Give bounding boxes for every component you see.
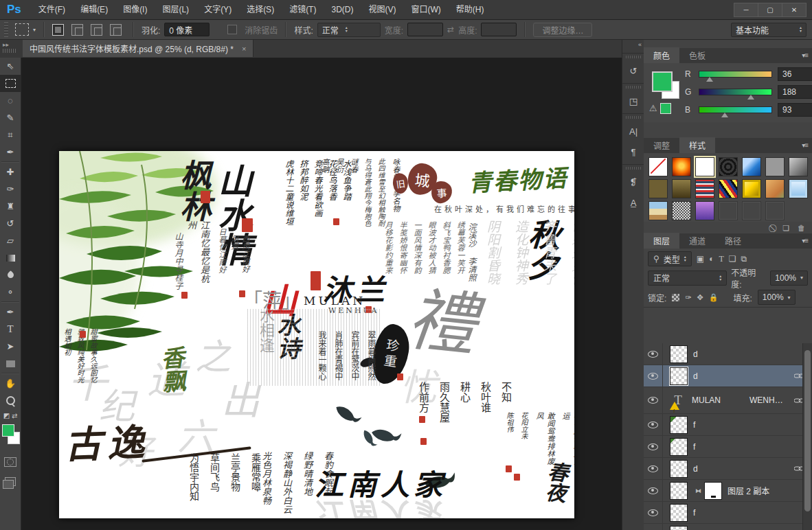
visibility-toggle[interactable] (644, 365, 663, 387)
lock-transparency-icon[interactable] (672, 294, 679, 301)
tab-overflow-icon[interactable]: ▸▸ (3, 41, 9, 48)
layer-row[interactable]: d (644, 458, 812, 480)
style-swatch-red-glow[interactable] (672, 157, 691, 176)
layer-row[interactable]: f (644, 436, 812, 458)
visibility-toggle[interactable] (644, 480, 663, 501)
history-brush-tool[interactable]: ↺ (0, 215, 21, 232)
delete-style-icon[interactable]: 🗑 (798, 224, 805, 232)
red-value-input[interactable]: 36 (778, 67, 812, 81)
feather-input[interactable]: 0 像素 (164, 23, 210, 36)
filter-pixel-layers-icon[interactable]: ▣ (697, 254, 704, 264)
quick-selection-tool[interactable]: ✎ (0, 109, 21, 126)
style-swatch-empty[interactable] (765, 201, 785, 220)
gamut-color-swatch[interactable] (660, 103, 671, 114)
rectangular-marquee-tool[interactable] (0, 75, 21, 92)
style-swatch-olive[interactable] (649, 179, 668, 198)
scrollbar-thumb[interactable] (804, 350, 811, 511)
style-swatch-orange-tan[interactable] (765, 179, 785, 198)
panel-menu-icon[interactable]: ▾≡ (802, 141, 808, 149)
tool-preset-dropdown-icon[interactable]: ▾ (33, 27, 36, 33)
tab-adjustments[interactable]: 调整 (644, 137, 679, 153)
gamut-warning-icon[interactable]: ⚠ (649, 103, 657, 113)
visibility-toggle[interactable] (644, 414, 663, 435)
lock-all-icon[interactable]: 🔒 (709, 293, 719, 302)
red-slider[interactable] (699, 71, 772, 78)
opacity-dropdown[interactable]: 100%▾ (770, 270, 808, 286)
width-input[interactable] (407, 23, 443, 36)
visibility-toggle[interactable] (644, 343, 663, 365)
character-panel-icon[interactable]: A| (622, 121, 644, 141)
paragraph-styles-panel-icon[interactable]: ❡ (622, 172, 644, 192)
panel-menu-icon[interactable]: ▾≡ (802, 237, 808, 244)
tab-channels[interactable]: 通道 (679, 233, 715, 249)
style-swatch-dark-rings[interactable] (719, 157, 738, 176)
path-selection-tool[interactable]: ➤ (0, 338, 21, 355)
visibility-toggle[interactable] (644, 436, 663, 457)
filter-smart-objects-icon[interactable]: ⧉ (741, 254, 747, 264)
green-slider[interactable] (699, 89, 772, 95)
green-slider-thumb[interactable] (747, 95, 754, 100)
style-swatch-empty[interactable] (742, 201, 761, 220)
layer-row[interactable]: d (644, 343, 812, 365)
layer-thumbnail[interactable] (670, 460, 688, 478)
crop-tool[interactable]: ⌗ (0, 126, 21, 143)
quick-mask-button[interactable] (0, 453, 21, 470)
visibility-toggle[interactable] (644, 387, 663, 413)
tab-swatches[interactable]: 色板 (679, 47, 715, 63)
minimize-button[interactable]: ─ (734, 3, 758, 17)
fill-dropdown[interactable]: 100%▾ (758, 290, 796, 305)
menu-layer[interactable]: 图层(L) (155, 0, 196, 19)
lock-position-icon[interactable]: ✥ (697, 293, 703, 302)
layer-thumbnail[interactable] (670, 504, 688, 522)
tool-preset-icon[interactable] (15, 23, 29, 36)
filter-adjustment-layers-icon[interactable]: ◐ (709, 254, 714, 264)
layer-thumbnail[interactable] (670, 345, 688, 363)
red-slider-thumb[interactable] (706, 77, 713, 82)
antialias-checkbox[interactable] (227, 25, 237, 34)
style-swatch-lightblue-bevel[interactable] (789, 179, 808, 198)
document-tab[interactable]: 中国风传统书法字体模板素材.psd @ 25% (d, RGB/8#) * × (23, 40, 253, 57)
lock-pixels-icon[interactable]: ✑ (685, 293, 691, 302)
filter-shape-layers-icon[interactable]: ❏ (729, 254, 736, 264)
clone-stamp-tool[interactable]: ♜ (0, 198, 21, 215)
menu-image[interactable]: 图像(I) (115, 0, 155, 19)
layer-row-with-mask[interactable]: ⧓ 图层 2 副本 (644, 480, 812, 502)
eyedropper-tool[interactable]: ✒ (0, 143, 21, 161)
filter-type-layers-icon[interactable]: T (719, 254, 723, 264)
visibility-toggle[interactable] (644, 524, 663, 530)
hand-tool[interactable]: ✋ (0, 375, 21, 392)
paragraph-panel-icon[interactable]: ¶ (622, 141, 644, 162)
type-tool[interactable]: T (0, 321, 21, 338)
menu-file[interactable]: 文件(F) (31, 0, 73, 19)
style-swatch-gray-gradient[interactable] (789, 157, 808, 176)
layer-row[interactable]: f (644, 502, 812, 524)
blend-mode-dropdown[interactable]: 正常 ▴▾ (648, 270, 727, 286)
visibility-toggle[interactable] (644, 502, 663, 523)
layer-row[interactable]: f (644, 524, 812, 530)
style-dropdown[interactable]: 正常 ▴▾ (317, 23, 381, 37)
history-panel-icon[interactable]: ↺ (622, 60, 644, 81)
style-swatch-blue-gradient[interactable] (742, 157, 761, 176)
collapse-panels-icon[interactable]: « (622, 40, 644, 51)
blur-tool[interactable] (0, 266, 21, 284)
default-swap-colors[interactable]: ◩ ⇄ (0, 409, 21, 422)
new-selection-button[interactable] (52, 24, 64, 36)
move-tool[interactable]: ⇖ (0, 58, 21, 75)
menu-3d[interactable]: 3D(D) (324, 0, 361, 19)
style-swatch-landscape[interactable] (649, 201, 668, 220)
eraser-tool[interactable]: ▱ (0, 232, 21, 249)
green-value-input[interactable]: 188 (778, 85, 812, 99)
layer-thumbnail[interactable] (670, 367, 688, 385)
style-swatch-gray[interactable] (765, 157, 785, 176)
height-input[interactable] (481, 23, 517, 36)
tab-paths[interactable]: 路径 (715, 233, 751, 249)
tab-color[interactable]: 颜色 (644, 47, 679, 63)
filter-type-dropdown[interactable]: ⚲ 类型 ▴▾ (648, 251, 692, 266)
layer-name[interactable]: d (693, 464, 698, 474)
style-swatch-multicolor[interactable] (719, 179, 738, 198)
layer-name[interactable]: d (693, 371, 698, 381)
layer-name[interactable]: d (693, 349, 698, 359)
layer-name[interactable]: MULAN (692, 395, 721, 405)
menu-window[interactable]: 窗口(W) (403, 0, 448, 19)
subtract-from-selection-button[interactable] (91, 24, 102, 36)
